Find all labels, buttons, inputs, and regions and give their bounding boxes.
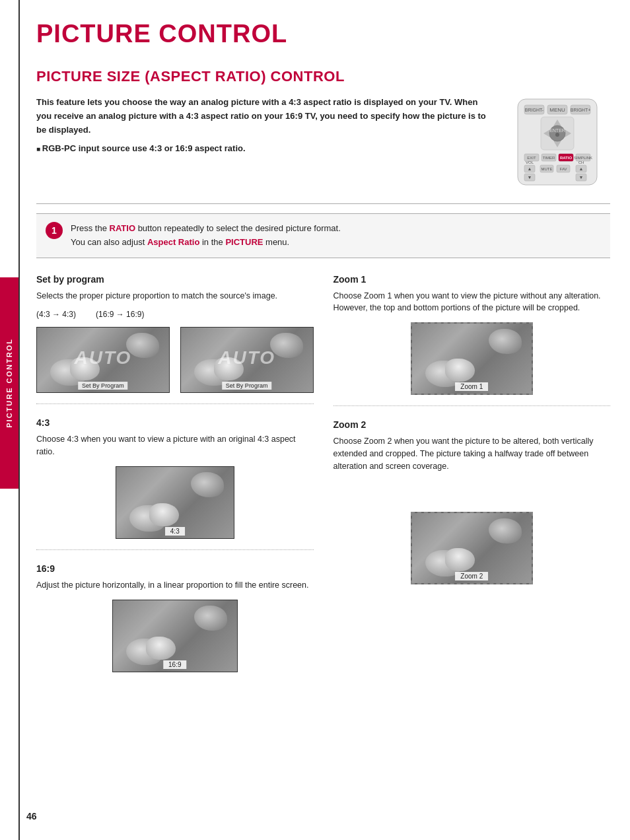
left-border: [18, 0, 20, 840]
sixteen-nine-label: 16:9: [163, 660, 186, 669]
svg-text:▲: ▲: [579, 166, 584, 171]
side-tab: PICTURE CONTROL: [0, 277, 18, 489]
top-divider: [36, 203, 610, 204]
four-three-label: 4:3: [165, 527, 185, 536]
step-circle-1: 1: [46, 222, 63, 239]
zoom2-label: Zoom 2: [455, 572, 488, 580]
main-title: PICTURE CONTROL: [36, 20, 610, 48]
svg-text:FAV: FAV: [560, 167, 567, 171]
remote-svg: BRIGHT- MENU BRIGHT+ ENTER: [505, 96, 610, 188]
auto-text-2: AUTO: [218, 347, 275, 368]
aspect-ratio-label: Aspect Ratio: [147, 237, 199, 247]
svg-text:▼: ▼: [528, 175, 532, 180]
zoom1-section: Zoom 1 Choose Zoom 1 when you want to vi…: [333, 274, 611, 407]
svg-text:MENU: MENU: [549, 107, 565, 113]
zoom2-desc: Choose Zoom 2 when you want the picture …: [333, 435, 611, 472]
sbp-label2: Set By Program: [222, 382, 272, 390]
zoom1-title: Zoom 1: [333, 274, 611, 285]
zoom1-desc: Choose Zoom 1 when you want to view the …: [333, 290, 611, 315]
four-three-img: 4:3: [116, 466, 234, 539]
zoom1-img: Zoom 1: [411, 322, 533, 395]
two-col-layout: Set by program Selects the proper pictur…: [36, 274, 610, 696]
four-three-desc: Choose 4:3 when you want to view a pictu…: [36, 433, 314, 458]
svg-text:EXIT: EXIT: [527, 156, 536, 160]
formula2: (16:9 → 16:9): [96, 310, 144, 319]
page-number: 46: [26, 811, 37, 822]
svg-text:▲: ▲: [528, 166, 532, 171]
svg-text:▼: ▼: [579, 175, 584, 180]
four-three-section: 4:3 Choose 4:3 when you want to view a p…: [36, 417, 314, 550]
formula1: (4:3 → 4:3): [36, 310, 76, 319]
zoom2-img-wrapper: Zoom 2: [333, 512, 611, 584]
zoom2-title: Zoom 2: [333, 419, 611, 430]
set-by-program-desc: Selects the proper picture proportion to…: [36, 290, 314, 302]
sbp-label1: Set By Program: [78, 382, 128, 390]
intro-text: This feature lets you choose the way an …: [36, 96, 491, 137]
svg-text:BRIGHT+: BRIGHT+: [571, 108, 591, 112]
svg-point-14: [555, 133, 559, 137]
svg-text:BRIGHT-: BRIGHT-: [525, 108, 544, 112]
set-by-program-img2: AUTO Set By Program: [180, 327, 314, 393]
side-tab-label: PICTURE CONTROL: [5, 338, 13, 428]
set-by-program-title: Set by program: [36, 274, 314, 285]
picture-menu-label: PICTURE: [225, 237, 263, 247]
top-area: This feature lets you choose the way an …: [36, 96, 610, 190]
right-column: Zoom 1 Choose Zoom 1 when you want to vi…: [333, 274, 611, 696]
ratio-label: RATIO: [110, 223, 135, 233]
zoom1-label: Zoom 1: [455, 382, 488, 391]
svg-text:VOL: VOL: [526, 160, 534, 164]
auto-text-1: AUTO: [74, 347, 131, 368]
intro-text-block: This feature lets you choose the way an …: [36, 96, 491, 156]
remote-image: BRIGHT- MENU BRIGHT+ ENTER: [505, 96, 610, 190]
sixteen-nine-section: 16:9 Adjust the picture horizontally, in…: [36, 563, 314, 683]
svg-text:CH: CH: [578, 160, 584, 164]
set-by-program-section: Set by program Selects the proper pictur…: [36, 274, 314, 405]
svg-text:SIMPLINK: SIMPLINK: [574, 156, 592, 160]
svg-text:RATIO: RATIO: [560, 156, 573, 160]
four-three-title: 4:3: [36, 417, 314, 428]
zoom2-img: Zoom 2: [411, 512, 533, 584]
sixteen-nine-desc: Adjust the picture horizontally, in a li…: [36, 579, 314, 592]
section-title: PICTURE SIZE (ASPECT RATIO) CONTROL: [36, 68, 610, 85]
main-content: PICTURE CONTROL PICTURE SIZE (ASPECT RAT…: [36, 0, 610, 696]
step-1-line1: Press the RATIO button repeatedly to sel…: [71, 222, 341, 236]
zoom2-section: Zoom 2 Choose Zoom 2 when you want the p…: [333, 419, 611, 595]
step-1-text: Press the RATIO button repeatedly to sel…: [71, 222, 341, 250]
svg-text:TIMER: TIMER: [543, 156, 555, 160]
set-by-program-img1: AUTO Set By Program: [36, 327, 170, 393]
rgb-note: RGB-PC input source use 4:3 or 16:9 aspe…: [36, 142, 491, 156]
formula-row: (4:3 → 4:3) (16:9 → 16:9): [36, 310, 314, 322]
set-by-program-images: AUTO Set By Program AUTO Set By Program: [36, 327, 314, 393]
svg-text:MUTE: MUTE: [542, 167, 553, 171]
left-column: Set by program Selects the proper pictur…: [36, 274, 314, 696]
sixteen-nine-img: 16:9: [112, 600, 238, 672]
step-1-line2: You can also adjust Aspect Ratio in the …: [71, 236, 341, 250]
step-1-row: 1 Press the RATIO button repeatedly to s…: [36, 213, 610, 258]
svg-text:ENTER: ENTER: [549, 128, 565, 133]
sixteen-nine-title: 16:9: [36, 563, 314, 574]
